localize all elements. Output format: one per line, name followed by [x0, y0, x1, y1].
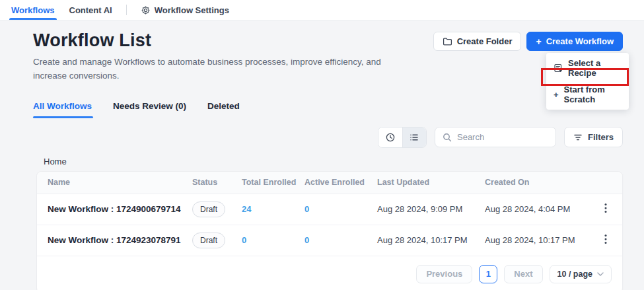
page-number-button[interactable]: 1 [479, 265, 497, 283]
tab-all-workflows[interactable]: All Workflows [33, 101, 92, 118]
filters-label: Filters [588, 132, 614, 142]
recipe-icon [554, 63, 563, 73]
search-box [435, 127, 556, 147]
table-toolbar: Filters [33, 127, 623, 148]
header-actions: Create Folder + Create Workflow [433, 32, 623, 51]
topnav-content-ai-label: Content AI [69, 5, 112, 15]
status-badge: Draft [192, 201, 225, 217]
create-workflow-label: Create Workflow [546, 36, 614, 46]
table-row: New Workflow : 1724923078791 Draft 0 0 A… [37, 225, 622, 256]
row-menu-button[interactable] [604, 234, 607, 246]
page-size-label: 10 / page [557, 270, 593, 279]
topnav-settings-label: Workflow Settings [155, 5, 229, 15]
tab-deleted[interactable]: Deleted [207, 101, 240, 118]
last-updated-cell: Aug 28 2024, 10:17 PM [377, 235, 485, 245]
workflow-table-card: Name Status Total Enrolled Active Enroll… [36, 171, 623, 290]
column-header-total-enrolled: Total Enrolled [242, 178, 304, 187]
filters-button[interactable]: Filters [564, 127, 623, 147]
workflow-name-link[interactable]: New Workflow : 1724900679714 [48, 204, 192, 214]
topnav-item-content-ai[interactable]: Content AI [62, 0, 120, 20]
list-icon [409, 132, 419, 143]
menu-item-select-recipe[interactable]: Select a Recipe [546, 55, 629, 81]
search-input[interactable] [457, 132, 548, 142]
status-cell: Draft [192, 201, 242, 217]
workflow-name-link[interactable]: New Workflow : 1724923078791 [48, 235, 192, 245]
last-updated-cell: Aug 28 2024, 9:09 PM [377, 204, 485, 214]
create-folder-label: Create Folder [457, 36, 513, 46]
filter-icon [573, 133, 583, 141]
table-body: New Workflow : 1724900679714 Draft 24 0 … [37, 194, 622, 256]
active-enrolled-link[interactable]: 0 [304, 235, 377, 245]
created-on-cell: Aug 28 2024, 10:17 PM [485, 235, 600, 245]
topnav-divider [126, 5, 127, 15]
create-workflow-button[interactable]: + Create Workflow [526, 32, 623, 51]
topnav-workflows-label: Workflows [11, 5, 55, 15]
topnav-item-workflows[interactable]: Workflows [4, 0, 62, 20]
status-cell: Draft [192, 233, 242, 248]
clock-icon [385, 132, 396, 143]
previous-page-button[interactable]: Previous [416, 265, 472, 283]
list-view-button[interactable] [402, 127, 426, 147]
column-header-status: Status [192, 178, 242, 187]
column-header-created-on: Created On [485, 178, 600, 187]
start-from-scratch-label: Start from Scratch [564, 85, 622, 104]
total-enrolled-link[interactable]: 0 [242, 235, 304, 245]
folder-icon [443, 37, 452, 46]
pagination: Previous 1 Next 10 / page [37, 256, 622, 290]
page-title: Workflow List [33, 30, 390, 51]
menu-item-start-from-scratch[interactable]: + Start from Scratch [546, 81, 629, 108]
chevron-down-icon [597, 272, 604, 276]
view-toggle [378, 127, 427, 148]
column-header-active-enrolled: Active Enrolled [304, 178, 377, 187]
table-header-row: Name Status Total Enrolled Active Enroll… [37, 172, 622, 194]
table-row: New Workflow : 1724900679714 Draft 24 0 … [37, 194, 622, 225]
tab-needs-review-label: Needs Review (0) [113, 101, 186, 111]
tab-needs-review[interactable]: Needs Review (0) [113, 101, 186, 118]
plus-icon: + [536, 36, 541, 47]
page-size-select[interactable]: 10 / page [550, 265, 612, 283]
status-badge: Draft [192, 233, 225, 248]
created-on-cell: Aug 28 2024, 4:04 PM [485, 204, 600, 214]
next-page-button[interactable]: Next [504, 265, 542, 283]
create-workflow-dropdown: Select a Recipe + Start from Scratch [546, 53, 629, 110]
create-folder-button[interactable]: Create Folder [433, 32, 522, 51]
column-header-name: Name [48, 178, 192, 187]
page-description: Create and manage Workflows to automate … [33, 55, 390, 83]
select-recipe-label: Select a Recipe [568, 58, 622, 78]
active-enrolled-link[interactable]: 0 [304, 204, 377, 214]
topnav-item-workflow-settings[interactable]: Workflow Settings [133, 0, 236, 20]
tab-all-workflows-label: All Workflows [33, 101, 92, 111]
tab-deleted-label: Deleted [207, 101, 240, 111]
gear-icon [141, 5, 151, 15]
workflow-tabs: All Workflows Needs Review (0) Deleted [33, 101, 623, 118]
page-header: Workflow List Create and manage Workflow… [33, 30, 623, 83]
top-navigation: Workflows Content AI Workflow Settings [0, 0, 644, 20]
search-icon [443, 133, 452, 142]
title-block: Workflow List Create and manage Workflow… [33, 30, 390, 83]
row-menu-button[interactable] [604, 203, 607, 215]
plus-icon: + [554, 90, 559, 100]
total-enrolled-link[interactable]: 24 [242, 204, 304, 214]
recent-view-button[interactable] [378, 127, 402, 147]
column-header-last-updated: Last Updated [377, 178, 485, 187]
breadcrumb[interactable]: Home [44, 157, 623, 166]
